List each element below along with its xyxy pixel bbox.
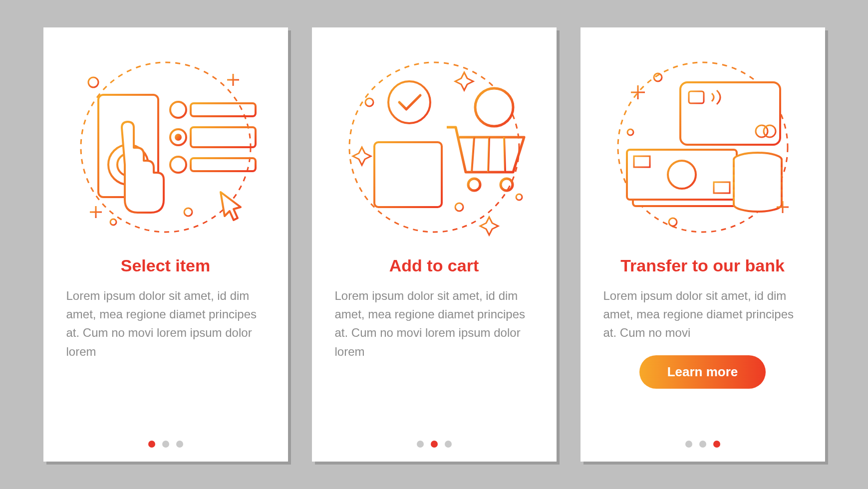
svg-rect-44 xyxy=(627,150,737,200)
svg-point-14 xyxy=(110,219,116,225)
svg-rect-8 xyxy=(191,127,256,147)
page-dots xyxy=(43,441,288,448)
svg-point-28 xyxy=(468,179,480,191)
dot-2[interactable] xyxy=(431,441,438,448)
page-dots xyxy=(580,441,825,448)
dot-2[interactable] xyxy=(699,441,706,448)
svg-line-24 xyxy=(488,137,489,172)
card-title: Add to cart xyxy=(389,256,479,275)
card-title: Select item xyxy=(121,256,211,275)
svg-point-15 xyxy=(184,208,192,216)
card-body: Lorem ipsum dolor sit amet, id dim amet,… xyxy=(603,286,802,342)
learn-more-button[interactable]: Learn more xyxy=(639,355,766,389)
svg-point-29 xyxy=(501,179,513,191)
card-body: Lorem ipsum dolor sit amet, id dim amet,… xyxy=(66,286,265,361)
svg-point-17 xyxy=(388,81,430,123)
svg-point-11 xyxy=(170,157,186,173)
select-item-illustration xyxy=(66,47,266,247)
dot-1[interactable] xyxy=(685,441,692,448)
svg-line-25 xyxy=(504,137,505,172)
page-dots xyxy=(312,441,557,448)
card-title: Transfer to our bank xyxy=(620,256,785,275)
onboarding-card-2: Add to cart Lorem ipsum dolor sit amet, … xyxy=(312,27,557,462)
card-body: Lorem ipsum dolor sit amet, id dim amet,… xyxy=(335,286,534,361)
onboarding-card-3: Transfer to our bank Lorem ipsum dolor s… xyxy=(580,27,825,462)
svg-rect-5 xyxy=(191,103,256,116)
svg-rect-12 xyxy=(191,158,256,171)
dot-1[interactable] xyxy=(148,441,155,448)
svg-point-51 xyxy=(669,218,677,226)
transfer-bank-illustration xyxy=(603,47,803,247)
svg-point-35 xyxy=(516,194,522,200)
svg-point-4 xyxy=(170,102,186,118)
svg-point-13 xyxy=(88,77,98,87)
dot-3[interactable] xyxy=(176,441,183,448)
dot-2[interactable] xyxy=(162,441,169,448)
svg-rect-18 xyxy=(374,142,442,207)
svg-point-34 xyxy=(455,203,463,211)
dot-3[interactable] xyxy=(445,441,452,448)
dot-3[interactable] xyxy=(713,441,720,448)
svg-point-7 xyxy=(175,134,182,141)
onboarding-card-1: Select item Lorem ipsum dolor sit amet, … xyxy=(43,27,288,462)
svg-line-23 xyxy=(472,137,474,172)
svg-point-50 xyxy=(627,129,633,135)
svg-point-33 xyxy=(365,98,373,106)
add-to-cart-illustration xyxy=(334,47,534,247)
dot-1[interactable] xyxy=(417,441,424,448)
